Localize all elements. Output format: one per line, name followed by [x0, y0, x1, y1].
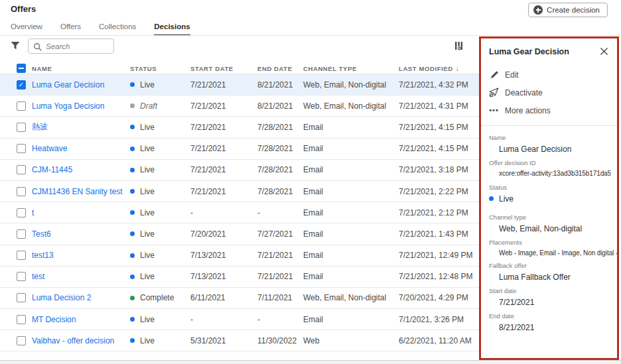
- row-checkbox[interactable]: [17, 315, 26, 324]
- status-cell: Live: [130, 144, 190, 153]
- status-label: Complete: [140, 293, 174, 302]
- close-panel-button[interactable]: [600, 47, 609, 56]
- column-settings-button[interactable]: [454, 40, 466, 52]
- status-dot: [130, 125, 135, 129]
- tab-decisions[interactable]: Decisions: [154, 23, 190, 36]
- tab-overview[interactable]: Overview: [11, 23, 42, 36]
- row-checkbox[interactable]: [17, 251, 26, 260]
- row-checkbox[interactable]: [17, 144, 26, 153]
- row-checkbox[interactable]: [17, 293, 26, 302]
- panel-divider: [481, 125, 617, 126]
- row-checkbox[interactable]: [17, 165, 26, 174]
- table-row[interactable]: Luma Yoga Decision Draft 7/21/2021 8/21/…: [0, 95, 479, 117]
- decision-name-link[interactable]: MT Decision: [32, 315, 76, 324]
- panel-field-label: Fallback offer: [489, 262, 610, 269]
- row-checkbox[interactable]: [17, 336, 26, 345]
- row-checkbox[interactable]: [17, 123, 26, 132]
- status-cell: Live: [130, 208, 190, 217]
- decision-name-link[interactable]: Heatwave: [32, 144, 67, 153]
- search-box: [28, 38, 114, 54]
- channel-type-cell: Email: [303, 208, 399, 217]
- start-date-cell: 7/13/2021: [190, 251, 257, 260]
- decision-name-link[interactable]: Luma Yoga Decision: [32, 101, 104, 111]
- decision-details-panel: Luma Gear Decision Edit: [479, 36, 619, 360]
- column-header-channel-type[interactable]: CHANNEL TYPE: [303, 65, 399, 72]
- decision-name-link[interactable]: Test6: [32, 229, 51, 239]
- tab-label: Decisions: [154, 23, 190, 30]
- start-date-cell: 7/21/2021: [190, 80, 257, 90]
- table-row[interactable]: Test6 Live 7/20/2021 7/27/2021 Email 7/2…: [0, 223, 479, 245]
- panel-field-label: End date: [489, 312, 610, 320]
- panel-field-value: Web - Image, Email - Image, Non digital …: [499, 249, 619, 257]
- offers-page: Offers Create decision Overview Offers C…: [0, 0, 621, 364]
- start-date-cell: 7/21/2021: [190, 165, 257, 174]
- paper-plane-slash-icon: [489, 88, 499, 97]
- filter-button[interactable]: [10, 40, 22, 52]
- last-modified-cell: 7/21/2021, 4:32 PM: [399, 80, 479, 90]
- last-modified-cell: 7/21/2021, 12:49 PM: [399, 251, 479, 260]
- deactivate-button[interactable]: Deactivate: [489, 88, 610, 97]
- table-row[interactable]: Heatwave Live 7/21/2021 7/28/2021 Email …: [0, 139, 479, 160]
- column-header-end-date[interactable]: END DATE: [257, 65, 303, 72]
- column-header-start-date[interactable]: START DATE: [190, 65, 257, 72]
- decision-name-link[interactable]: Luma Gear Decision: [32, 80, 104, 90]
- search-input[interactable]: [29, 39, 113, 53]
- panel-fields: Name Luma Gear Decision Offer decision I…: [489, 134, 610, 332]
- panel-field-label: Placements: [489, 239, 610, 246]
- table-row[interactable]: Vaibhav - offer decision Live 5/31/2021 …: [0, 330, 479, 351]
- create-decision-label: Create decision: [547, 6, 600, 14]
- decision-name-link[interactable]: CJM-11445: [32, 165, 72, 174]
- tab-offers[interactable]: Offers: [60, 23, 81, 36]
- tab-collections[interactable]: Collections: [99, 23, 136, 36]
- row-checkbox[interactable]: [17, 101, 26, 111]
- column-settings-icon: [454, 40, 466, 51]
- channel-type-cell: Email: [303, 315, 399, 324]
- status-cell: Live: [130, 229, 190, 239]
- row-checkbox[interactable]: [17, 187, 26, 196]
- decision-name-link[interactable]: test13: [32, 251, 54, 260]
- panel-field: Placements Web - Image, Email - Image, N…: [489, 239, 610, 257]
- more-actions-button[interactable]: ••• More actions: [489, 105, 610, 115]
- row-checkbox[interactable]: [17, 229, 26, 239]
- table-row[interactable]: test Live 7/13/2021 7/21/2021 Email 7/21…: [0, 267, 479, 288]
- table-row[interactable]: t Live - - Email 7/21/2021, 2:12 PM: [0, 202, 479, 223]
- panel-field: Start date 7/21/2021: [489, 287, 610, 307]
- panel-field-value: 7/21/2021: [499, 298, 534, 307]
- row-checkbox[interactable]: [17, 208, 26, 217]
- table-row[interactable]: Luma Decision 2 Complete 6/11/2021 7/11/…: [0, 288, 479, 309]
- status-label: Live: [140, 165, 155, 174]
- panel-field-value: Luma Gear Decision: [499, 145, 571, 154]
- table-row[interactable]: CJM11436 EN Sanity test Live 7/21/2021 7…: [0, 181, 479, 202]
- panel-status-dot: [489, 171, 494, 176]
- channel-type-cell: Web, Email, Non-digital: [303, 293, 399, 302]
- table-row[interactable]: 熱波 Live 7/21/2021 7/28/2021 Email 7/21/2…: [0, 117, 479, 138]
- end-date-cell: -: [257, 315, 303, 324]
- table-header-row: NAME STATUS START DATE END DATE CHANNEL …: [0, 63, 479, 74]
- status-dot: [130, 103, 135, 108]
- table-row[interactable]: Luma Gear Decision Live 7/21/2021 8/21/2…: [0, 74, 479, 95]
- decision-name-link[interactable]: Vaibhav - offer decision: [32, 336, 114, 345]
- end-date-cell: 7/21/2021: [257, 272, 303, 281]
- table-row[interactable]: MT Decision Live - - Email 7/1/2021, 3:2…: [0, 309, 479, 330]
- panel-field-value: Luma Fallback Offer: [499, 273, 571, 282]
- decision-name-link[interactable]: test: [32, 272, 44, 281]
- channel-type-cell: Email: [303, 229, 399, 239]
- decision-name-link[interactable]: t: [32, 208, 34, 217]
- row-checkbox[interactable]: [17, 272, 26, 281]
- decision-name-link[interactable]: CJM11436 EN Sanity test: [32, 187, 123, 196]
- select-all-checkbox[interactable]: [17, 64, 26, 73]
- table-row[interactable]: CJM-11445 Live 7/21/2021 7/28/2021 Email…: [0, 160, 479, 181]
- column-header-name[interactable]: NAME: [32, 65, 130, 72]
- table-row[interactable]: test13 Live 7/13/2021 7/21/2021 Email 7/…: [0, 245, 479, 267]
- panel-status-dot: [489, 300, 494, 304]
- column-header-last-modified[interactable]: LAST MODIFIED↓: [399, 65, 479, 72]
- status-dot: [130, 296, 135, 300]
- last-modified-cell: 7/21/2021, 2:12 PM: [399, 208, 479, 217]
- column-header-status[interactable]: STATUS: [130, 65, 190, 72]
- create-decision-button[interactable]: Create decision: [528, 3, 608, 17]
- edit-button[interactable]: Edit: [489, 70, 610, 80]
- decision-name-link[interactable]: Luma Decision 2: [32, 293, 91, 302]
- row-checkbox[interactable]: [17, 80, 26, 90]
- decision-name-link[interactable]: 熱波: [32, 122, 48, 131]
- panel-field: Offer decision ID xcore:offer-activity:1…: [489, 159, 610, 177]
